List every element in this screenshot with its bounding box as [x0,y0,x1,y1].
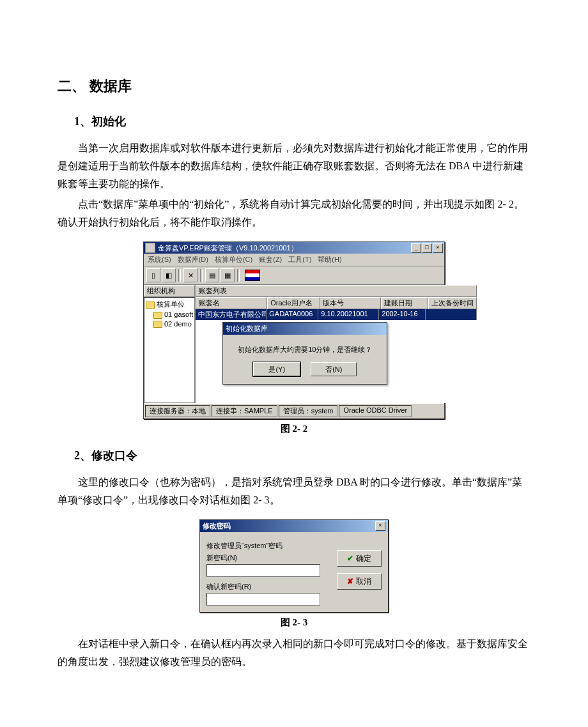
grid-col-name[interactable]: 账套名 [196,297,267,309]
change-password-dialog: 修改密码 × 修改管理员“system”密码 新密码(N) 确认新密码(R) ✔… [199,519,389,613]
cross-icon: ✘ [347,577,353,586]
folder-icon [146,302,155,309]
right-panel: 账套列表 账套名 Oracle用户名 版本号 建账日期 上次备份时间 中国东方电… [196,285,477,403]
grid-cell-date: 2002-10-16 [379,309,426,320]
toolbar-btn-3[interactable]: ✕ [183,268,197,282]
section-1-para-1: 当第一次启用数据库或对软件版本进行更新后，必须先对数据库进行初始化才能正常使用，… [58,139,530,193]
statusbar: 连接服务器：本地 连接串：SAMPLE 管理员：system Oracle OD… [144,403,444,418]
yes-button[interactable]: 是(Y) [253,362,300,376]
list-title: 账套列表 [196,285,477,297]
section-2-title: 2、修改口令 [74,448,530,463]
grid-col-user[interactable]: Oracle用户名 [267,297,320,309]
grid-cell-version: 9.10.20021001 [318,309,379,320]
toolbar: ▯ ◧ ✕ ▤ ▦ [144,266,444,285]
toolbar-btn-2[interactable]: ◧ [162,268,176,282]
section-2-para-1: 这里的修改口令（也称为密码），是指对系统管理员登录 DBA 时的口令进行修改。单… [58,473,530,509]
figure-2-2: 金算盘VP.ERP账套管理（V9.10.20021001） _ □ × 系统(S… [58,241,530,419]
grid-cell-user: GADATA0006 [267,309,318,320]
toolbar-btn-1[interactable]: ▯ [146,268,160,282]
tree-item-02[interactable]: 02 demo [146,319,193,329]
titlebar[interactable]: 金算盘VP.ERP账套管理（V9.10.20021001） _ □ × [144,242,444,254]
status-conn: 连接串：SAMPLE [212,405,277,417]
tree[interactable]: 核算单位 01 gasoft 02 demo [144,297,195,403]
status-admin: 管理员：system [279,405,338,417]
folder-icon [153,321,162,328]
grid-col-date[interactable]: 建账日期 [381,297,428,309]
pwd-dialog-titlebar[interactable]: 修改密码 × [200,520,388,532]
status-server: 连接服务器：本地 [145,405,210,417]
toolbar-sep-3 [237,269,240,282]
check-icon: ✔ [347,554,353,563]
tree-root[interactable]: 核算单位 [146,299,193,310]
maximize-button[interactable]: □ [422,243,432,253]
new-password-label: 新密码(N) [206,553,330,563]
toolbar-btn-4[interactable]: ▤ [205,268,219,282]
status-driver: Oracle ODBC Driver [339,405,412,417]
toolbar-flag-icon [245,270,260,281]
minimize-button[interactable]: _ [411,243,421,253]
grid-row-1[interactable]: 中国东方电子有限公司 GADATA0006 9.10.20021001 2002… [196,309,477,320]
figure-2-2-caption: 图 2- 2 [58,423,530,435]
grid-cell-name: 中国东方电子有限公司 [196,309,267,320]
new-password-input[interactable] [206,564,320,577]
ok-button[interactable]: ✔ 确定 [337,550,382,567]
grid-cell-backup [426,309,477,320]
menu-system[interactable]: 系统(S) [148,255,171,264]
app-icon [145,243,155,253]
close-button[interactable]: × [375,521,385,531]
grid-header: 账套名 Oracle用户名 版本号 建账日期 上次备份时间 [196,297,477,309]
init-dialog-title[interactable]: 初始化数据库 [223,323,387,335]
section-1-title: 1、初始化 [74,114,530,129]
titlebar-text: 金算盘VP.ERP账套管理（V9.10.20021001） [158,243,411,253]
cancel-button[interactable]: ✘ 取消 [337,573,382,590]
grid-col-version[interactable]: 版本号 [320,297,381,309]
left-panel: 组织机构 核算单位 01 gasoft 02 demo [144,285,196,403]
app-window: 金算盘VP.ERP账套管理（V9.10.20021001） _ □ × 系统(S… [143,241,445,419]
toolbar-sep-2 [200,269,203,282]
folder-icon [153,312,162,319]
menu-unit[interactable]: 核算单位(C) [215,255,252,264]
menu-tools[interactable]: 工具(T) [288,255,311,264]
menu-database[interactable]: 数据库(D) [178,255,208,264]
menubar[interactable]: 系统(S) 数据库(D) 核算单位(C) 账套(Z) 工具(T) 帮助(H) [144,254,444,266]
cancel-button-label: 取消 [356,576,371,587]
toolbar-sep-1 [178,269,181,282]
pwd-desc: 修改管理员“system”密码 [206,541,330,551]
init-dialog-msg: 初始化数据库大约需要10分钟，是否继续？ [223,335,387,362]
grid-col-backup[interactable]: 上次备份时间 [428,297,477,309]
init-dialog: 初始化数据库 初始化数据库大约需要10分钟，是否继续？ 是(Y) 否(N) [222,322,387,385]
figure-2-3: 修改密码 × 修改管理员“system”密码 新密码(N) 确认新密码(R) ✔… [58,519,530,613]
section-1-para-2: 点击“数据库”菜单项中的“初始化”，系统将自动计算完成初始化需要的时间，并出现提… [58,195,530,231]
toolbar-btn-5[interactable]: ▦ [220,268,235,282]
document-page: 二、 数据库 1、初始化 当第一次启用数据库或对软件版本进行更新后，必须先对数据… [0,0,588,724]
no-button[interactable]: 否(N) [311,362,357,376]
menu-help[interactable]: 帮助(H) [318,255,341,264]
figure-2-3-caption: 图 2- 3 [58,616,530,629]
section-2-para-2: 在对话框中录入新口令，在确认框内再次录入相同的新口令即可完成对口令的修改。基于数… [58,635,530,671]
tree-item-01[interactable]: 01 gasoft [146,310,193,319]
menu-account[interactable]: 账套(Z) [259,255,282,264]
confirm-password-label: 确认新密码(R) [206,582,330,592]
heading-1: 二、 数据库 [58,77,530,96]
ok-button-label: 确定 [356,553,371,564]
workspace: 组织机构 核算单位 01 gasoft 02 demo 账 [144,285,444,403]
close-button[interactable]: × [433,243,443,253]
confirm-password-input[interactable] [206,593,320,606]
tree-title: 组织机构 [144,285,195,297]
pwd-dialog-title: 修改密码 [203,521,375,531]
